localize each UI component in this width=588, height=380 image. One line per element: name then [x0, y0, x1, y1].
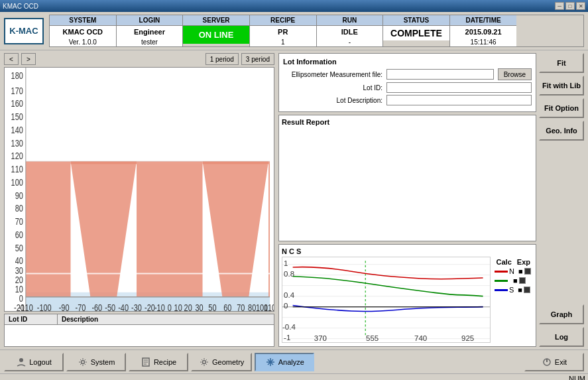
lot-id-input[interactable]	[386, 82, 532, 93]
status-bar: NUM	[0, 373, 588, 380]
status-value: COMPLETE	[383, 26, 449, 40]
app-title: KMAC OCD	[3, 3, 38, 10]
ellipsometer-input[interactable]	[386, 69, 494, 80]
window-controls: ─ □ ✕	[555, 2, 585, 10]
chart-toolbar: < > 1 period 3 period	[4, 53, 274, 65]
svg-text:-10: -10	[154, 302, 165, 311]
maximize-button[interactable]: □	[565, 2, 575, 10]
ncs-chart-svg: 1 0.8 0.4 0 -0.4 -1 370 555 740 925	[282, 257, 490, 342]
login-sub: tester	[117, 38, 183, 46]
ncs-title: N C S	[282, 247, 533, 255]
lot-info-title: Lot Information	[283, 58, 532, 66]
lot-desc-row: Lot Description:	[283, 95, 532, 105]
geometry-icon	[199, 357, 209, 367]
svg-text:70: 70	[237, 302, 245, 311]
svg-text:925: 925	[461, 334, 474, 342]
center-panel: Lot Information Ellipsometer Measurement…	[278, 53, 536, 347]
svg-rect-51	[282, 257, 490, 342]
svg-text:140: 140	[11, 124, 23, 135]
svg-rect-25	[203, 161, 269, 164]
minimize-button[interactable]: ─	[555, 2, 564, 10]
ellipsometer-row: Ellipsometer Measurement file: Browse	[283, 68, 532, 80]
period1-button[interactable]: 1 period	[206, 53, 239, 65]
n-color	[495, 271, 508, 273]
bottom-toolbar: Logout System Recipe Geometry Analyze Ex…	[0, 349, 588, 373]
ncs-section: N C S	[278, 244, 536, 347]
n-check-exp[interactable]	[524, 268, 531, 275]
green-check-exp[interactable]	[519, 277, 526, 284]
svg-text:90: 90	[15, 190, 23, 201]
main-chart-svg: 180 170 160 150 140 130 120 110 100 90 8…	[5, 68, 274, 311]
svg-text:-20: -20	[145, 302, 155, 311]
lot-info-section: Lot Information Ellipsometer Measurement…	[278, 53, 536, 112]
login-label: LOGIN	[117, 15, 183, 26]
svg-text:80: 80	[248, 302, 256, 311]
svg-text:100: 100	[11, 176, 23, 188]
svg-point-72	[19, 358, 23, 362]
svg-text:-50: -50	[105, 302, 115, 311]
fit-button[interactable]: Fit	[539, 53, 584, 73]
geo-info-button[interactable]: Geo. Info	[539, 121, 584, 141]
fit-option-button[interactable]: Fit Option	[539, 98, 584, 118]
exit-label: Exit	[555, 358, 567, 366]
svg-text:740: 740	[414, 334, 427, 342]
ncs-chart-area: 1 0.8 0.4 0 -0.4 -1 370 555 740 925	[282, 257, 533, 343]
header-login: LOGIN Engineer tester	[117, 15, 184, 46]
next-button[interactable]: >	[21, 53, 36, 65]
ncs-legend: Calc Exp N ■ ■	[493, 257, 533, 343]
svg-point-83	[269, 361, 271, 363]
legend-s: S ■	[495, 286, 532, 294]
s-label: S	[509, 286, 514, 294]
analyze-label: Analyze	[278, 358, 304, 366]
log-button[interactable]: Log	[539, 327, 584, 347]
lot-id-header: Lot ID	[5, 314, 58, 324]
svg-text:20: 20	[184, 302, 192, 311]
svg-text:-40: -40	[118, 302, 129, 311]
svg-text:0: 0	[284, 301, 288, 310]
svg-text:-110: -110	[19, 302, 33, 311]
run-value: IDLE	[317, 26, 383, 38]
svg-text:170: 170	[11, 85, 23, 96]
exp-label: Exp	[517, 258, 530, 266]
svg-text:70: 70	[15, 216, 23, 227]
svg-text:60: 60	[15, 229, 23, 240]
period3-button[interactable]: 3 period	[241, 53, 274, 65]
svg-text:60: 60	[223, 302, 231, 311]
close-button[interactable]: ✕	[576, 2, 585, 10]
snowflake-icon	[265, 357, 276, 367]
svg-text:370: 370	[314, 334, 327, 342]
exit-button[interactable]: Exit	[524, 353, 584, 371]
svg-text:80: 80	[15, 203, 23, 214]
lot-desc-input[interactable]	[386, 95, 532, 105]
svg-text:0: 0	[168, 302, 172, 311]
power-icon	[542, 357, 552, 367]
system-button[interactable]: System	[66, 353, 126, 371]
geometry-label: Geometry	[212, 358, 244, 366]
status-text: NUM	[569, 375, 585, 380]
browse-button[interactable]: Browse	[498, 68, 532, 80]
fit-with-lib-button[interactable]: Fit with Lib	[539, 76, 584, 95]
n-check-calc: ■	[518, 267, 523, 275]
recipe-label: Recipe	[154, 358, 176, 366]
svg-text:1: 1	[284, 259, 288, 267]
prev-button[interactable]: <	[4, 53, 19, 65]
header: K-MAC SYSTEM KMAC OCD Ver. 1.0.0 LOGIN E…	[0, 12, 588, 50]
recipe-button[interactable]: Recipe	[129, 353, 188, 371]
svg-text:130: 130	[11, 137, 23, 149]
svg-text:-70: -70	[76, 302, 86, 311]
gear-icon	[78, 357, 88, 367]
result-report-title: Result Report	[282, 118, 533, 126]
header-status: STATUS COMPLETE	[383, 15, 450, 46]
graph-button[interactable]: Graph	[539, 304, 584, 324]
right-content: Lot Information Ellipsometer Measurement…	[278, 53, 584, 347]
logout-button[interactable]: Logout	[4, 353, 64, 371]
s-check-exp[interactable]	[524, 286, 530, 293]
run-label: RUN	[317, 15, 383, 26]
analyze-button[interactable]: Analyze	[255, 353, 314, 371]
geometry-button[interactable]: Geometry	[191, 353, 252, 371]
person-icon	[16, 357, 27, 367]
header-run: RUN IDLE -	[317, 15, 384, 46]
left-panel: < > 1 period 3 period 180 170 160 150 14…	[4, 53, 274, 347]
system-value: KMAC OCD	[50, 26, 116, 38]
recipe-sub: 1	[250, 38, 316, 46]
